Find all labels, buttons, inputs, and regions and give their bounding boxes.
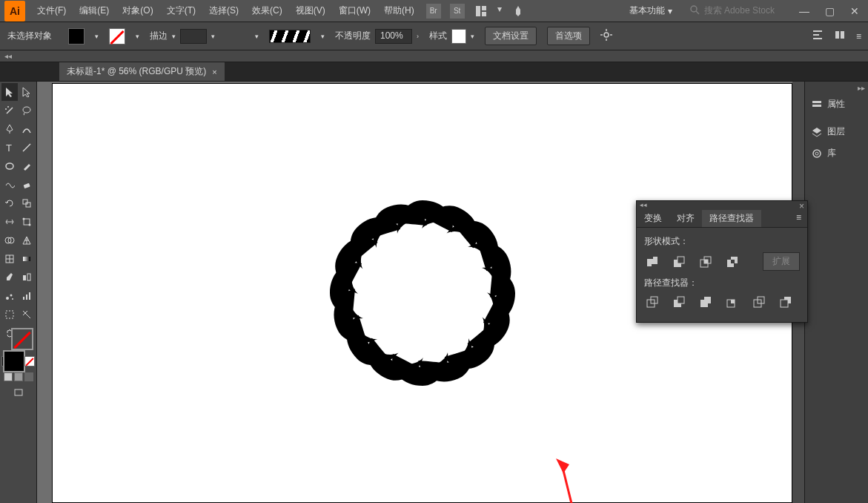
- none-mode[interactable]: [24, 356, 35, 366]
- divide-button[interactable]: [644, 294, 660, 310]
- pen-tool[interactable]: [1, 120, 18, 138]
- tab-align[interactable]: 对齐: [669, 210, 702, 227]
- column-graph-tool[interactable]: [19, 287, 35, 305]
- control-bar-collapse[interactable]: ◂◂: [0, 50, 868, 62]
- minimize-button[interactable]: —: [795, 4, 813, 18]
- expand-button[interactable]: 扩展: [763, 252, 800, 271]
- chevron-down-icon[interactable]: ▾: [321, 33, 325, 40]
- direct-selection-tool[interactable]: [19, 83, 35, 101]
- menu-view[interactable]: 视图(V): [290, 1, 331, 20]
- tab-pathfinder[interactable]: 路径查找器: [702, 210, 761, 227]
- stock-search[interactable]: 搜索 Adobe Stock: [686, 3, 779, 19]
- chevron-down-icon[interactable]: ▾: [172, 33, 176, 40]
- gradient-tool[interactable]: [19, 250, 35, 268]
- shaper-tool[interactable]: [1, 176, 18, 194]
- type-tool[interactable]: T: [1, 139, 18, 157]
- draw-normal[interactable]: [4, 372, 13, 381]
- search-placeholder: 搜索 Adobe Stock: [704, 4, 775, 17]
- screen-mode[interactable]: [13, 387, 24, 400]
- chevron-down-icon[interactable]: ▾: [136, 33, 139, 40]
- stroke-swatch[interactable]: [109, 28, 125, 45]
- fill-color[interactable]: [3, 350, 25, 372]
- menu-type[interactable]: 文字(T): [161, 1, 202, 20]
- tab-transform[interactable]: 变换: [637, 210, 669, 227]
- panel-properties[interactable]: 属性: [805, 93, 868, 115]
- perspective-grid-tool[interactable]: [19, 231, 35, 249]
- slice-tool[interactable]: [19, 306, 35, 323]
- merge-button[interactable]: [698, 294, 714, 310]
- draw-inside[interactable]: [24, 372, 33, 381]
- eraser-tool[interactable]: [19, 176, 35, 194]
- bridge-icon[interactable]: Br: [426, 4, 441, 19]
- menu-file[interactable]: 文件(F): [31, 1, 72, 20]
- panel-grip-icon[interactable]: ◂◂: [640, 201, 647, 210]
- brush-sample[interactable]: [269, 30, 311, 43]
- chevron-down-icon[interactable]: ▾: [497, 4, 502, 19]
- menu-edit[interactable]: 编辑(E): [73, 1, 115, 20]
- chevron-right-icon[interactable]: ›: [417, 33, 419, 40]
- width-tool[interactable]: [1, 213, 18, 231]
- preferences-button[interactable]: 首选项: [547, 27, 590, 45]
- panel-menu-icon[interactable]: ≡: [856, 31, 861, 42]
- chevron-down-icon[interactable]: ▾: [255, 33, 259, 40]
- trim-button[interactable]: [671, 294, 687, 310]
- menu-select[interactable]: 选择(S): [203, 1, 245, 20]
- stroke-color[interactable]: [11, 328, 33, 350]
- outline-button[interactable]: [751, 294, 767, 310]
- ellipse-tool[interactable]: [1, 157, 18, 175]
- curvature-tool[interactable]: [19, 120, 35, 138]
- stepper-icon[interactable]: ▾: [211, 33, 215, 40]
- panel-libraries[interactable]: 库: [805, 142, 868, 164]
- chevron-down-icon[interactable]: ▾: [471, 33, 474, 40]
- chevron-down-icon[interactable]: ▾: [95, 33, 99, 40]
- stroke-weight-field[interactable]: [180, 29, 207, 44]
- maximize-button[interactable]: ▢: [821, 4, 838, 18]
- exclude-button[interactable]: [724, 254, 741, 270]
- panel-close-button[interactable]: ×: [799, 201, 804, 210]
- pathfinder-panel[interactable]: ◂◂ × 变换 对齐 路径查找器 ≡ 形状模式： 扩展 路径查找器：: [636, 200, 808, 323]
- rotate-tool[interactable]: [1, 194, 18, 212]
- align-icon[interactable]: [812, 29, 824, 43]
- opacity-field[interactable]: 100%: [375, 29, 412, 44]
- selection-tool[interactable]: [1, 83, 18, 101]
- lasso-tool[interactable]: [19, 102, 35, 119]
- symbol-sprayer-tool[interactable]: [1, 287, 18, 305]
- arrange-docs-icon[interactable]: [474, 4, 488, 19]
- menu-help[interactable]: 帮助(H): [378, 1, 420, 20]
- unite-button[interactable]: [644, 254, 660, 270]
- artboard-tool[interactable]: [1, 306, 18, 323]
- line-tool[interactable]: [19, 139, 35, 157]
- minus-front-button[interactable]: [671, 254, 687, 270]
- intersect-button[interactable]: [698, 254, 714, 270]
- svg-rect-14: [841, 31, 844, 39]
- workspace-selector[interactable]: 基本功能 ▾: [623, 4, 678, 17]
- paintbrush-tool[interactable]: [19, 157, 35, 175]
- mesh-tool[interactable]: [1, 250, 18, 268]
- blend-tool[interactable]: [19, 269, 35, 286]
- fill-swatch[interactable]: [68, 28, 85, 45]
- close-tab-button[interactable]: ×: [212, 68, 216, 76]
- panel-layers[interactable]: 图层: [805, 121, 868, 142]
- stock-icon[interactable]: St: [450, 4, 465, 19]
- free-transform-tool[interactable]: [19, 213, 35, 231]
- eyedropper-tool[interactable]: [1, 269, 18, 286]
- gpu-rocket-icon[interactable]: [511, 4, 526, 19]
- close-button[interactable]: ✕: [846, 4, 864, 18]
- menu-window[interactable]: 窗口(W): [333, 1, 377, 20]
- menu-object[interactable]: 对象(O): [116, 1, 159, 20]
- svg-rect-57: [704, 297, 711, 303]
- crop-button[interactable]: [724, 294, 741, 310]
- dock-collapse[interactable]: ▸▸: [805, 82, 868, 93]
- style-swatch[interactable]: [451, 29, 466, 44]
- shape-builder-tool[interactable]: [1, 231, 18, 249]
- magic-wand-tool[interactable]: [1, 102, 18, 119]
- draw-behind[interactable]: [14, 372, 23, 381]
- scale-tool[interactable]: [19, 194, 35, 212]
- panel-menu-icon[interactable]: ≡: [790, 210, 807, 227]
- doc-tab[interactable]: 未标题-1* @ 56% (RGB/GPU 预览) ×: [59, 62, 225, 81]
- minus-back-button[interactable]: [778, 294, 794, 310]
- menu-effect[interactable]: 效果(C): [246, 1, 288, 20]
- transform-icon[interactable]: [834, 29, 846, 43]
- doc-setup-button[interactable]: 文档设置: [485, 27, 537, 45]
- gear-icon[interactable]: [600, 29, 612, 43]
